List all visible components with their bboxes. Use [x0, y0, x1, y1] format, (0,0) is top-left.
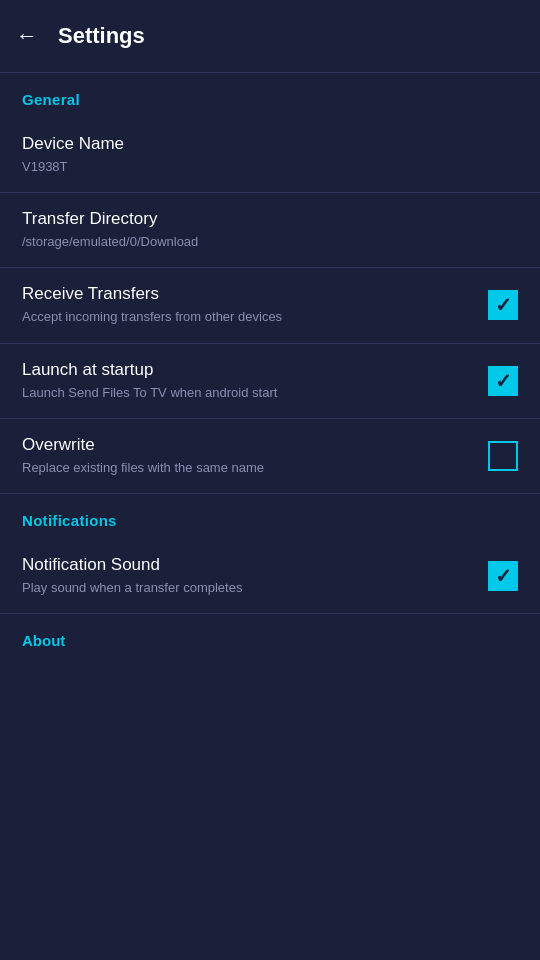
- app-header: ← Settings: [0, 0, 540, 72]
- receive-transfers-checkbox[interactable]: ✓: [488, 290, 518, 320]
- launch-at-startup-item[interactable]: Launch at startup Launch Send Files To T…: [0, 344, 540, 419]
- launch-at-startup-subtitle: Launch Send Files To TV when android sta…: [22, 384, 472, 402]
- notification-sound-text: Notification Sound Play sound when a tra…: [22, 555, 472, 597]
- receive-transfers-checkmark: ✓: [495, 295, 512, 315]
- page-title: Settings: [58, 23, 145, 49]
- notification-sound-item[interactable]: Notification Sound Play sound when a tra…: [0, 539, 540, 614]
- notification-sound-subtitle: Play sound when a transfer completes: [22, 579, 472, 597]
- overwrite-title: Overwrite: [22, 435, 472, 455]
- device-name-value: V1938T: [22, 158, 502, 176]
- overwrite-item[interactable]: Overwrite Replace existing files with th…: [0, 419, 540, 494]
- receive-transfers-title: Receive Transfers: [22, 284, 472, 304]
- overwrite-subtitle: Replace existing files with the same nam…: [22, 459, 472, 477]
- launch-at-startup-checkmark: ✓: [495, 371, 512, 391]
- general-section-header: General: [0, 73, 540, 118]
- receive-transfers-subtitle: Accept incoming transfers from other dev…: [22, 308, 472, 326]
- transfer-directory-title: Transfer Directory: [22, 209, 502, 229]
- about-label: About: [22, 632, 65, 649]
- notification-sound-checkbox[interactable]: ✓: [488, 561, 518, 591]
- receive-transfers-item[interactable]: Receive Transfers Accept incoming transf…: [0, 268, 540, 343]
- back-button[interactable]: ←: [16, 23, 38, 49]
- launch-at-startup-title: Launch at startup: [22, 360, 472, 380]
- overwrite-text: Overwrite Replace existing files with th…: [22, 435, 472, 477]
- receive-transfers-text: Receive Transfers Accept incoming transf…: [22, 284, 472, 326]
- launch-at-startup-checkbox[interactable]: ✓: [488, 366, 518, 396]
- overwrite-checkbox[interactable]: [488, 441, 518, 471]
- notifications-section-header: Notifications: [0, 494, 540, 539]
- device-name-text: Device Name V1938T: [22, 134, 502, 176]
- notification-sound-checkmark: ✓: [495, 566, 512, 586]
- transfer-directory-item[interactable]: Transfer Directory /storage/emulated/0/D…: [0, 193, 540, 268]
- about-section[interactable]: About: [0, 614, 540, 668]
- transfer-directory-text: Transfer Directory /storage/emulated/0/D…: [22, 209, 502, 251]
- transfer-directory-value: /storage/emulated/0/Download: [22, 233, 502, 251]
- device-name-title: Device Name: [22, 134, 502, 154]
- device-name-item[interactable]: Device Name V1938T: [0, 118, 540, 193]
- notification-sound-title: Notification Sound: [22, 555, 472, 575]
- launch-at-startup-text: Launch at startup Launch Send Files To T…: [22, 360, 472, 402]
